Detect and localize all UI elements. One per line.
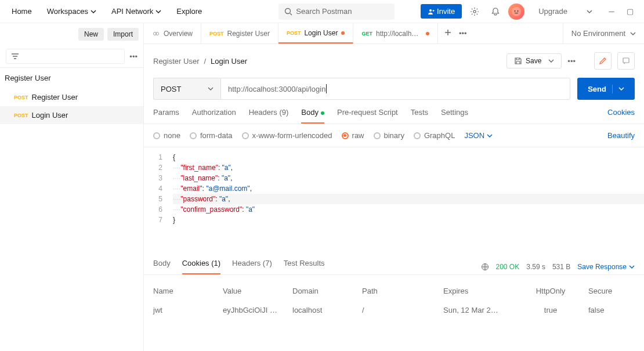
chevron-down-icon — [618, 86, 624, 92]
cookie-httponly: true — [519, 306, 588, 314]
new-button[interactable]: New — [78, 28, 104, 41]
chevron-down-icon — [629, 264, 635, 270]
upgrade-chevron[interactable] — [581, 3, 598, 20]
pencil-icon — [599, 57, 607, 65]
body-graphql[interactable]: GraphQL — [414, 131, 455, 140]
save-icon — [514, 57, 522, 65]
chevron-down-icon — [208, 86, 214, 92]
body-options: none form-data x-www-form-urlencoded raw… — [144, 124, 644, 147]
window-maximize[interactable]: ▢ — [625, 7, 635, 16]
body-none[interactable]: none — [153, 131, 180, 140]
tab-prerequest[interactable]: Pre-request Script — [337, 108, 398, 124]
tab-body[interactable]: Body — [301, 108, 324, 124]
search-input[interactable]: Search Postman — [278, 3, 395, 20]
tab-localhost[interactable]: GET http://localhost: — [353, 23, 438, 44]
save-response-button[interactable]: Save Response — [577, 263, 635, 271]
nav-items: Home Workspaces API Network Explore — [5, 3, 209, 19]
breadcrumb-parent[interactable]: Register User — [153, 57, 199, 66]
editor-code[interactable]: { ····"first_name": "a", ····"last_name"… — [173, 152, 644, 225]
svg-point-3 — [512, 7, 521, 16]
url-row: POST http://localhost:3000/api/login Sen… — [144, 78, 644, 100]
resp-tab-headers[interactable]: Headers (7) — [232, 259, 272, 274]
notifications-button[interactable] — [487, 3, 504, 20]
body-raw[interactable]: raw — [342, 131, 364, 140]
comment-icon — [622, 57, 630, 65]
svg-point-1 — [429, 9, 432, 12]
request-more[interactable]: ••• — [567, 57, 576, 66]
chevron-down-icon — [155, 9, 161, 15]
comment-button[interactable] — [617, 52, 635, 70]
save-button[interactable]: Save — [506, 53, 562, 68]
svg-point-2 — [473, 10, 476, 12]
avatar[interactable] — [508, 3, 524, 20]
method-tag: POST — [14, 95, 28, 100]
edit-button[interactable] — [594, 52, 612, 70]
table-row: jwt eyJhbGciOiJI … localhost / Sun, 12 M… — [153, 300, 635, 320]
import-button[interactable]: Import — [107, 28, 139, 41]
cookies-link[interactable]: Cookies — [607, 108, 635, 124]
method-tag: POST — [14, 113, 28, 118]
body-editor[interactable]: 1234567 { ····"first_name": "a", ····"la… — [144, 147, 644, 230]
upgrade-button[interactable]: Upgrade — [529, 5, 577, 18]
nav-workspaces[interactable]: Workspaces — [40, 3, 103, 19]
body-urlencoded[interactable]: x-www-form-urlencoded — [242, 131, 332, 140]
response-size: 531 B — [552, 263, 570, 271]
tabs-row: Overview POST Register User POST Login U… — [144, 23, 644, 44]
cookie-name: jwt — [153, 306, 223, 314]
tab-login-user[interactable]: POST Login User — [278, 23, 354, 44]
editor-gutter: 1234567 — [144, 152, 173, 225]
beautify-button[interactable]: Beautify — [607, 131, 635, 140]
resp-tab-cookies[interactable]: Cookies (1) — [182, 259, 220, 274]
tab-settings[interactable]: Settings — [441, 108, 468, 124]
tab-tests[interactable]: Tests — [411, 108, 428, 124]
window-controls: ─ ▢ — [602, 7, 639, 16]
response-time: 3.59 s — [526, 263, 545, 271]
method-select[interactable]: POST — [153, 78, 220, 100]
body-form-data[interactable]: form-data — [190, 131, 233, 140]
tab-overview[interactable]: Overview — [144, 23, 201, 44]
filter-icon — [11, 52, 19, 60]
filter-input[interactable] — [6, 49, 125, 64]
body-indicator — [321, 111, 324, 115]
new-tab-button[interactable] — [444, 28, 452, 38]
chevron-down-icon — [630, 31, 636, 37]
body-binary[interactable]: binary — [374, 131, 404, 140]
sidebar-top: New Import — [0, 23, 143, 45]
svg-point-5 — [518, 10, 519, 12]
svg-point-0 — [285, 8, 291, 13]
nav-explore[interactable]: Explore — [169, 3, 209, 19]
resp-tab-body[interactable]: Body — [153, 259, 171, 274]
sidebar-item-register-user[interactable]: POST Register User — [0, 88, 143, 106]
plus-icon — [444, 28, 452, 37]
tabs-more[interactable]: ••• — [459, 29, 467, 38]
tab-headers[interactable]: Headers (9) — [249, 108, 289, 124]
nav-home[interactable]: Home — [5, 3, 39, 19]
tab-params[interactable]: Params — [153, 108, 179, 124]
environment-select[interactable]: No Environment — [563, 23, 644, 44]
sidebar-filter: ••• — [0, 45, 143, 68]
resp-tab-results[interactable]: Test Results — [284, 259, 325, 274]
url-input[interactable]: http://localhost:3000/api/login — [220, 78, 570, 100]
topbar-right: Invite Upgrade ─ ▢ — [421, 3, 639, 20]
chevron-down-icon — [587, 9, 592, 15]
window-minimize[interactable]: ─ — [607, 7, 616, 16]
method-tag: GET — [361, 31, 372, 37]
tab-authorization[interactable]: Authorization — [192, 108, 236, 124]
main: New Import ••• Register User POST Regist… — [0, 23, 644, 351]
tab-register-user[interactable]: POST Register User — [201, 23, 278, 44]
tab-actions: ••• — [438, 23, 473, 44]
sidebar-item-login-user[interactable]: POST Login User — [0, 106, 143, 124]
response-tabs: Body Cookies (1) Headers (7) Test Result… — [144, 253, 644, 275]
method-tag: POST — [209, 31, 224, 37]
sidebar-more[interactable]: ••• — [129, 52, 138, 61]
collection-name[interactable]: Register User — [0, 68, 143, 88]
response-status: 200 OK — [496, 263, 520, 271]
svg-point-4 — [515, 10, 516, 12]
send-button[interactable]: Send — [577, 78, 635, 100]
body-lang-select[interactable]: JSON — [464, 131, 493, 140]
settings-button[interactable] — [466, 3, 483, 20]
response-meta: 200 OK 3.59 s 531 B Save Response — [481, 263, 635, 271]
invite-button[interactable]: Invite — [421, 4, 462, 19]
breadcrumb-current: Login User — [211, 57, 247, 66]
nav-api-network[interactable]: API Network — [104, 3, 168, 19]
